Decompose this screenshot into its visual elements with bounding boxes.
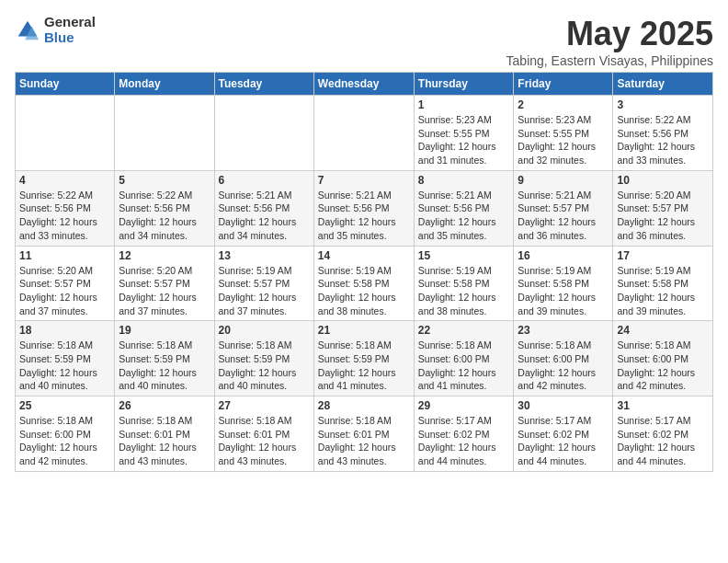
day-number: 16 bbox=[518, 249, 609, 262]
calendar-cell bbox=[16, 96, 115, 171]
day-number: 7 bbox=[318, 174, 410, 187]
day-info: Sunrise: 5:23 AMSunset: 5:55 PMDaylight:… bbox=[418, 113, 510, 167]
calendar-cell: 5Sunrise: 5:22 AMSunset: 5:56 PMDaylight… bbox=[115, 170, 214, 246]
day-number: 17 bbox=[617, 249, 709, 262]
day-number: 10 bbox=[617, 174, 709, 187]
calendar-cell: 18Sunrise: 5:18 AMSunset: 5:59 PMDayligh… bbox=[16, 321, 115, 396]
day-info: Sunrise: 5:18 AMSunset: 5:59 PMDaylight:… bbox=[19, 339, 110, 393]
day-number: 25 bbox=[19, 399, 110, 412]
day-number: 3 bbox=[617, 98, 709, 111]
calendar-cell: 10Sunrise: 5:20 AMSunset: 5:57 PMDayligh… bbox=[613, 170, 713, 246]
day-number: 28 bbox=[318, 399, 410, 412]
day-info: Sunrise: 5:22 AMSunset: 5:56 PMDaylight:… bbox=[119, 189, 210, 243]
col-monday: Monday bbox=[115, 73, 214, 96]
calendar-header-row: Sunday Monday Tuesday Wednesday Thursday… bbox=[16, 73, 713, 96]
day-info: Sunrise: 5:21 AMSunset: 5:57 PMDaylight:… bbox=[518, 189, 609, 243]
day-number: 18 bbox=[19, 324, 110, 337]
day-number: 29 bbox=[418, 399, 510, 412]
calendar-week-3: 11Sunrise: 5:20 AMSunset: 5:57 PMDayligh… bbox=[16, 246, 713, 321]
calendar-cell: 26Sunrise: 5:18 AMSunset: 6:01 PMDayligh… bbox=[115, 396, 214, 472]
day-info: Sunrise: 5:23 AMSunset: 5:55 PMDaylight:… bbox=[518, 113, 609, 167]
day-number: 15 bbox=[418, 249, 510, 262]
day-number: 11 bbox=[19, 249, 110, 262]
day-number: 5 bbox=[119, 174, 210, 187]
calendar-cell: 30Sunrise: 5:17 AMSunset: 6:02 PMDayligh… bbox=[514, 396, 613, 472]
day-info: Sunrise: 5:18 AMSunset: 6:00 PMDaylight:… bbox=[617, 339, 709, 393]
day-info: Sunrise: 5:20 AMSunset: 5:57 PMDaylight:… bbox=[119, 264, 210, 318]
col-tuesday: Tuesday bbox=[214, 73, 313, 96]
calendar-cell: 13Sunrise: 5:19 AMSunset: 5:57 PMDayligh… bbox=[214, 246, 313, 321]
calendar-cell bbox=[214, 96, 313, 171]
day-number: 22 bbox=[418, 324, 510, 337]
day-number: 4 bbox=[19, 174, 110, 187]
day-number: 1 bbox=[418, 98, 510, 111]
day-info: Sunrise: 5:19 AMSunset: 5:57 PMDaylight:… bbox=[219, 264, 310, 318]
calendar-cell: 28Sunrise: 5:18 AMSunset: 6:01 PMDayligh… bbox=[313, 396, 414, 472]
calendar-cell: 6Sunrise: 5:21 AMSunset: 5:56 PMDaylight… bbox=[214, 170, 313, 246]
calendar-week-5: 25Sunrise: 5:18 AMSunset: 6:00 PMDayligh… bbox=[16, 396, 713, 472]
col-sunday: Sunday bbox=[16, 73, 115, 96]
day-info: Sunrise: 5:21 AMSunset: 5:56 PMDaylight:… bbox=[219, 189, 310, 243]
day-info: Sunrise: 5:18 AMSunset: 5:59 PMDaylight:… bbox=[219, 339, 310, 393]
title-block: May 2025 Tabing, Eastern Visayas, Philip… bbox=[506, 15, 713, 68]
calendar-week-2: 4Sunrise: 5:22 AMSunset: 5:56 PMDaylight… bbox=[16, 170, 713, 246]
logo-text: General Blue bbox=[44, 15, 96, 45]
calendar-cell: 21Sunrise: 5:18 AMSunset: 5:59 PMDayligh… bbox=[313, 321, 414, 396]
calendar-cell: 15Sunrise: 5:19 AMSunset: 5:58 PMDayligh… bbox=[414, 246, 514, 321]
day-number: 31 bbox=[617, 399, 709, 412]
logo: General Blue bbox=[15, 15, 96, 45]
day-number: 24 bbox=[617, 324, 709, 337]
calendar-cell: 19Sunrise: 5:18 AMSunset: 5:59 PMDayligh… bbox=[115, 321, 214, 396]
day-info: Sunrise: 5:21 AMSunset: 5:56 PMDaylight:… bbox=[318, 189, 410, 243]
day-info: Sunrise: 5:18 AMSunset: 6:00 PMDaylight:… bbox=[518, 339, 609, 393]
day-number: 26 bbox=[119, 399, 210, 412]
day-number: 30 bbox=[518, 399, 609, 412]
day-number: 19 bbox=[119, 324, 210, 337]
calendar-cell: 2Sunrise: 5:23 AMSunset: 5:55 PMDaylight… bbox=[514, 96, 613, 171]
day-number: 20 bbox=[219, 324, 310, 337]
calendar-cell: 7Sunrise: 5:21 AMSunset: 5:56 PMDaylight… bbox=[313, 170, 414, 246]
day-info: Sunrise: 5:21 AMSunset: 5:56 PMDaylight:… bbox=[418, 189, 510, 243]
calendar-cell: 11Sunrise: 5:20 AMSunset: 5:57 PMDayligh… bbox=[16, 246, 115, 321]
day-info: Sunrise: 5:20 AMSunset: 5:57 PMDaylight:… bbox=[19, 264, 110, 318]
calendar-cell: 14Sunrise: 5:19 AMSunset: 5:58 PMDayligh… bbox=[313, 246, 414, 321]
day-info: Sunrise: 5:18 AMSunset: 6:00 PMDaylight:… bbox=[418, 339, 510, 393]
calendar-table: Sunday Monday Tuesday Wednesday Thursday… bbox=[15, 72, 713, 472]
day-info: Sunrise: 5:18 AMSunset: 5:59 PMDaylight:… bbox=[119, 339, 210, 393]
day-info: Sunrise: 5:18 AMSunset: 6:01 PMDaylight:… bbox=[318, 414, 410, 468]
day-info: Sunrise: 5:22 AMSunset: 5:56 PMDaylight:… bbox=[19, 189, 110, 243]
day-info: Sunrise: 5:19 AMSunset: 5:58 PMDaylight:… bbox=[318, 264, 410, 318]
day-info: Sunrise: 5:20 AMSunset: 5:57 PMDaylight:… bbox=[617, 189, 709, 243]
day-info: Sunrise: 5:19 AMSunset: 5:58 PMDaylight:… bbox=[418, 264, 510, 318]
logo-icon bbox=[15, 17, 40, 43]
day-number: 14 bbox=[318, 249, 410, 262]
day-info: Sunrise: 5:18 AMSunset: 6:00 PMDaylight:… bbox=[19, 414, 110, 468]
calendar-cell: 1Sunrise: 5:23 AMSunset: 5:55 PMDaylight… bbox=[414, 96, 514, 171]
calendar-cell: 23Sunrise: 5:18 AMSunset: 6:00 PMDayligh… bbox=[514, 321, 613, 396]
day-number: 23 bbox=[518, 324, 609, 337]
calendar-cell: 16Sunrise: 5:19 AMSunset: 5:58 PMDayligh… bbox=[514, 246, 613, 321]
day-info: Sunrise: 5:18 AMSunset: 5:59 PMDaylight:… bbox=[318, 339, 410, 393]
calendar-cell bbox=[313, 96, 414, 171]
calendar-cell: 22Sunrise: 5:18 AMSunset: 6:00 PMDayligh… bbox=[414, 321, 514, 396]
calendar-week-1: 1Sunrise: 5:23 AMSunset: 5:55 PMDaylight… bbox=[16, 96, 713, 171]
calendar-cell: 4Sunrise: 5:22 AMSunset: 5:56 PMDaylight… bbox=[16, 170, 115, 246]
day-info: Sunrise: 5:18 AMSunset: 6:01 PMDaylight:… bbox=[119, 414, 210, 468]
page-header: General Blue May 2025 Tabing, Eastern Vi… bbox=[15, 15, 713, 68]
logo-general: General bbox=[44, 15, 96, 30]
calendar-cell: 20Sunrise: 5:18 AMSunset: 5:59 PMDayligh… bbox=[214, 321, 313, 396]
calendar-week-4: 18Sunrise: 5:18 AMSunset: 5:59 PMDayligh… bbox=[16, 321, 713, 396]
col-saturday: Saturday bbox=[613, 73, 713, 96]
calendar-cell: 29Sunrise: 5:17 AMSunset: 6:02 PMDayligh… bbox=[414, 396, 514, 472]
day-number: 12 bbox=[119, 249, 210, 262]
calendar-cell: 9Sunrise: 5:21 AMSunset: 5:57 PMDaylight… bbox=[514, 170, 613, 246]
calendar-cell: 27Sunrise: 5:18 AMSunset: 6:01 PMDayligh… bbox=[214, 396, 313, 472]
day-info: Sunrise: 5:17 AMSunset: 6:02 PMDaylight:… bbox=[418, 414, 510, 468]
col-wednesday: Wednesday bbox=[313, 73, 414, 96]
calendar-cell: 31Sunrise: 5:17 AMSunset: 6:02 PMDayligh… bbox=[613, 396, 713, 472]
col-thursday: Thursday bbox=[414, 73, 514, 96]
day-number: 21 bbox=[318, 324, 410, 337]
calendar-cell: 12Sunrise: 5:20 AMSunset: 5:57 PMDayligh… bbox=[115, 246, 214, 321]
logo-blue: Blue bbox=[44, 30, 96, 46]
calendar-cell: 25Sunrise: 5:18 AMSunset: 6:00 PMDayligh… bbox=[16, 396, 115, 472]
